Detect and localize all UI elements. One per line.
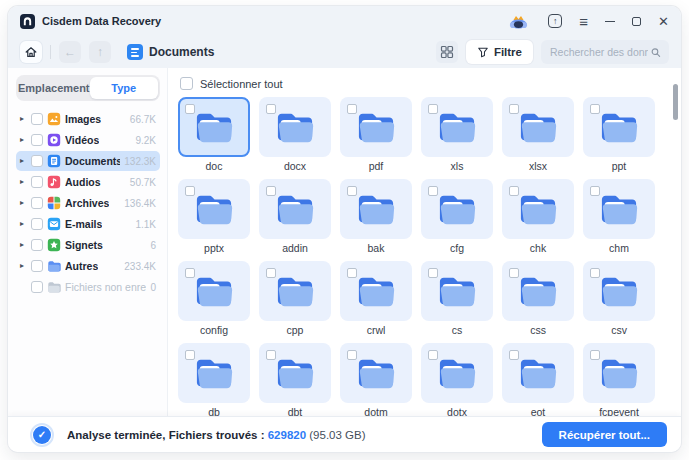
folder-tile-config[interactable] bbox=[178, 261, 250, 321]
maximize-icon[interactable] bbox=[632, 17, 641, 26]
sidebar-item-autres[interactable]: ▸Autres233.4K bbox=[16, 256, 160, 276]
folder-tile-docx[interactable] bbox=[259, 97, 331, 157]
category-checkbox[interactable] bbox=[31, 134, 43, 146]
folder-checkbox[interactable] bbox=[428, 186, 438, 196]
folder-tile-bak[interactable] bbox=[340, 179, 412, 239]
search-box[interactable] bbox=[541, 40, 669, 64]
folder-checkbox[interactable] bbox=[347, 104, 357, 114]
category-checkbox[interactable] bbox=[31, 239, 43, 251]
folder-checkbox[interactable] bbox=[347, 268, 357, 278]
folder-cell-dbt: dbt bbox=[259, 343, 331, 418]
category-checkbox[interactable] bbox=[31, 218, 43, 230]
sidebar-item-archives[interactable]: ▸Archives136.4K bbox=[16, 193, 160, 213]
folder-checkbox[interactable] bbox=[266, 268, 276, 278]
folder-cell-cpp: cpp bbox=[259, 261, 331, 336]
tab-type[interactable]: Type bbox=[90, 77, 158, 99]
search-input[interactable] bbox=[548, 45, 650, 59]
folder-tile-cfg[interactable] bbox=[421, 179, 493, 239]
folder-tile-eot[interactable] bbox=[502, 343, 574, 403]
folder-tile-cs[interactable] bbox=[421, 261, 493, 321]
folder-checkbox[interactable] bbox=[185, 350, 195, 360]
filter-button[interactable]: Filtre bbox=[466, 40, 533, 64]
folder-tile-xls[interactable] bbox=[421, 97, 493, 157]
folder-tile-chm[interactable] bbox=[583, 179, 655, 239]
folder-icon bbox=[515, 272, 561, 310]
folder-label: cfg bbox=[450, 242, 464, 254]
folder-tile-pdf[interactable] bbox=[340, 97, 412, 157]
scrollbar-thumb[interactable] bbox=[673, 84, 678, 120]
folder-tile-css[interactable] bbox=[502, 261, 574, 321]
sidebar-item-fichiers-non-enregistres[interactable]: ▸Fichiers non enregistrés0 bbox=[16, 277, 160, 297]
folder-checkbox[interactable] bbox=[266, 104, 276, 114]
folder-tile-chk[interactable] bbox=[502, 179, 574, 239]
home-button[interactable] bbox=[20, 41, 42, 63]
sidebar-item-e-mails[interactable]: ▸E-mails1.1K bbox=[16, 214, 160, 234]
folder-tile-cpp[interactable] bbox=[259, 261, 331, 321]
folder-tile-xlsx[interactable] bbox=[502, 97, 574, 157]
folder-checkbox[interactable] bbox=[590, 268, 600, 278]
folder-checkbox[interactable] bbox=[185, 268, 195, 278]
folder-checkbox[interactable] bbox=[509, 186, 519, 196]
folder-tile-addin[interactable] bbox=[259, 179, 331, 239]
category-checkbox[interactable] bbox=[31, 281, 43, 293]
expand-caret-icon[interactable]: ▸ bbox=[20, 157, 27, 165]
folder-tile-dbt[interactable] bbox=[259, 343, 331, 403]
category-checkbox[interactable] bbox=[31, 113, 43, 125]
folder-tile-db[interactable] bbox=[178, 343, 250, 403]
folder-checkbox[interactable] bbox=[185, 104, 195, 114]
folder-checkbox[interactable] bbox=[428, 104, 438, 114]
folder-checkbox[interactable] bbox=[509, 268, 519, 278]
grid-view-button[interactable] bbox=[436, 41, 458, 63]
folder-checkbox[interactable] bbox=[428, 350, 438, 360]
folder-checkbox[interactable] bbox=[428, 268, 438, 278]
category-checkbox[interactable] bbox=[31, 155, 43, 167]
folder-checkbox[interactable] bbox=[590, 186, 600, 196]
folder-label: chm bbox=[609, 242, 629, 254]
expand-caret-icon[interactable]: ▸ bbox=[20, 136, 27, 144]
folder-tile-fcpevent[interactable] bbox=[583, 343, 655, 403]
category-checkbox[interactable] bbox=[31, 176, 43, 188]
category-checkbox[interactable] bbox=[31, 260, 43, 272]
select-all-checkbox[interactable] bbox=[180, 77, 193, 90]
folder-tile-crwl[interactable] bbox=[340, 261, 412, 321]
folder-tile-csv[interactable] bbox=[583, 261, 655, 321]
expand-caret-icon[interactable]: ▸ bbox=[20, 199, 27, 207]
folder-checkbox[interactable] bbox=[590, 350, 600, 360]
sidebar-item-videos[interactable]: ▸Vidéos9.2K bbox=[16, 130, 160, 150]
folder-checkbox[interactable] bbox=[185, 186, 195, 196]
folder-checkbox[interactable] bbox=[266, 186, 276, 196]
folder-icon bbox=[353, 354, 399, 392]
sidebar-item-images[interactable]: ▸Images66.7K bbox=[16, 109, 160, 129]
folder-checkbox[interactable] bbox=[509, 104, 519, 114]
folder-checkbox[interactable] bbox=[509, 350, 519, 360]
sidebar-item-audios[interactable]: ▸Audios50.7K bbox=[16, 172, 160, 192]
expand-caret-icon[interactable]: ▸ bbox=[20, 220, 27, 228]
close-icon[interactable]: ✕ bbox=[658, 15, 669, 28]
upgrade-icon[interactable]: ↑ bbox=[548, 14, 562, 28]
expand-caret-icon[interactable]: ▸ bbox=[20, 115, 27, 123]
category-count: 66.7K bbox=[130, 114, 156, 125]
folder-tile-dotm[interactable] bbox=[340, 343, 412, 403]
folder-checkbox[interactable] bbox=[347, 186, 357, 196]
expand-caret-icon[interactable]: ▸ bbox=[20, 241, 27, 249]
expand-caret-icon[interactable]: ▸ bbox=[20, 262, 27, 270]
tab-emplacement[interactable]: Emplacement bbox=[18, 77, 90, 99]
up-button[interactable]: ↑ bbox=[89, 41, 111, 63]
vip-badge-icon[interactable] bbox=[506, 13, 531, 30]
folder-checkbox[interactable] bbox=[266, 350, 276, 360]
sidebar-item-documents[interactable]: ▸Documents132.3K bbox=[16, 151, 160, 171]
expand-caret-icon[interactable]: ▸ bbox=[20, 178, 27, 186]
folder-checkbox[interactable] bbox=[347, 350, 357, 360]
folder-cell-config: config bbox=[178, 261, 250, 336]
folder-checkbox[interactable] bbox=[590, 104, 600, 114]
sidebar-item-signets[interactable]: ▸Signets6 bbox=[16, 235, 160, 255]
folder-tile-doc[interactable] bbox=[178, 97, 250, 157]
folder-tile-pptx[interactable] bbox=[178, 179, 250, 239]
menu-icon[interactable]: ≡ bbox=[579, 14, 588, 29]
folder-tile-ppt[interactable] bbox=[583, 97, 655, 157]
folder-tile-dotx[interactable] bbox=[421, 343, 493, 403]
back-button[interactable]: ← bbox=[59, 41, 81, 63]
category-checkbox[interactable] bbox=[31, 197, 43, 209]
minimize-icon[interactable] bbox=[605, 21, 615, 22]
recover-all-button[interactable]: Récupérer tout... bbox=[542, 422, 667, 447]
